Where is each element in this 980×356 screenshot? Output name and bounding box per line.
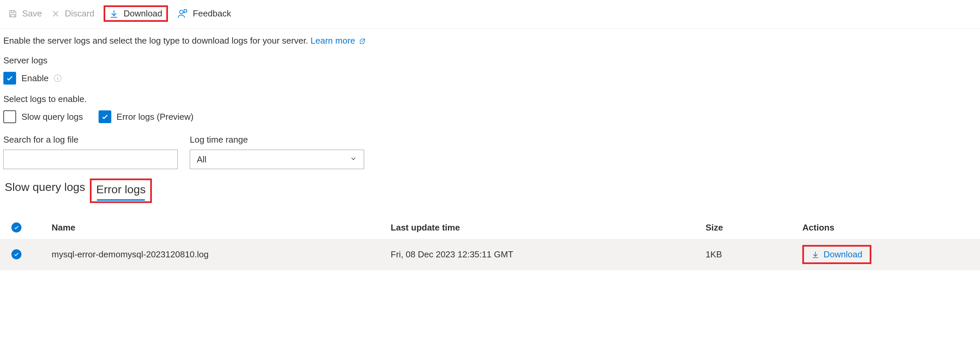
discard-button: Discard (51, 8, 94, 19)
row-actions: Download (802, 245, 972, 264)
row-name: mysql-error-demomysql-2023120810.log (52, 249, 391, 260)
feedback-icon (177, 8, 188, 19)
enable-label: Enable (21, 73, 49, 83)
select-all-cell (11, 222, 52, 233)
download-button[interactable]: Download (109, 8, 162, 19)
row-download-link[interactable]: Download (811, 249, 862, 260)
slow-query-label: Slow query logs (21, 112, 83, 122)
filters-row: Search for a log file Log time range All (3, 134, 977, 169)
row-download-highlight: Download (802, 245, 871, 264)
col-name[interactable]: Name (52, 222, 391, 233)
error-logs-label: Error logs (Preview) (117, 112, 194, 122)
server-logs-label: Server logs (3, 55, 977, 66)
slow-query-logs-option: Slow query logs (3, 110, 83, 123)
svg-point-0 (180, 10, 183, 14)
feedback-label: Feedback (193, 8, 231, 19)
close-icon (51, 10, 60, 18)
intro-message: Enable the server logs and select the lo… (3, 35, 310, 46)
row-checkbox[interactable] (11, 249, 21, 259)
tab-error-logs-highlight: Error logs (90, 179, 152, 203)
save-label: Save (22, 8, 42, 19)
intro-text: Enable the server logs and select the lo… (3, 35, 977, 46)
col-actions: Actions (802, 222, 972, 233)
download-label: Download (123, 8, 162, 19)
command-bar: Save Discard Download Feedback (0, 0, 980, 29)
select-all-checkbox[interactable] (11, 222, 21, 233)
enable-server-logs-row: Enable i (3, 72, 977, 85)
search-filter: Search for a log file (3, 134, 178, 169)
select-logs-label: Select logs to enable. (3, 94, 977, 104)
col-size[interactable]: Size (705, 222, 802, 233)
row-select-cell (11, 249, 52, 260)
feedback-button[interactable]: Feedback (177, 8, 231, 19)
download-button-highlight: Download (103, 5, 168, 22)
save-icon (8, 9, 18, 18)
logs-table: Name Last update time Size Actions mysql… (0, 216, 980, 270)
search-label: Search for a log file (3, 134, 178, 145)
learn-more-link[interactable]: Learn more (310, 35, 366, 46)
error-logs-option: Error logs (Preview) (99, 110, 194, 123)
time-range-filter: Log time range All (190, 134, 364, 169)
discard-label: Discard (65, 8, 94, 19)
slow-query-checkbox[interactable] (3, 110, 16, 123)
enable-checkbox[interactable] (3, 72, 16, 85)
tab-error-logs[interactable]: Error logs (95, 181, 147, 200)
download-icon (109, 9, 119, 18)
search-input[interactable] (3, 150, 178, 169)
log-tabs: Slow query logs Error logs (0, 176, 980, 203)
save-button: Save (8, 8, 42, 19)
table-row: mysql-error-demomysql-2023120810.log Fri… (0, 239, 980, 270)
tab-slow-query-logs[interactable]: Slow query logs (3, 179, 86, 198)
log-type-checkboxes: Slow query logs Error logs (Preview) (3, 110, 977, 123)
content-area: Enable the server logs and select the lo… (0, 29, 980, 169)
row-updated: Fri, 08 Dec 2023 12:35:11 GMT (391, 249, 705, 260)
col-updated[interactable]: Last update time (391, 222, 705, 233)
info-icon[interactable]: i (54, 75, 61, 82)
table-header: Name Last update time Size Actions (0, 216, 980, 239)
time-range-value: All (197, 154, 207, 165)
time-range-label: Log time range (190, 134, 364, 145)
row-size: 1KB (705, 249, 802, 260)
chevron-down-icon (350, 154, 357, 165)
row-download-label: Download (823, 249, 862, 260)
error-logs-checkbox[interactable] (99, 110, 111, 123)
time-range-dropdown[interactable]: All (190, 150, 364, 169)
